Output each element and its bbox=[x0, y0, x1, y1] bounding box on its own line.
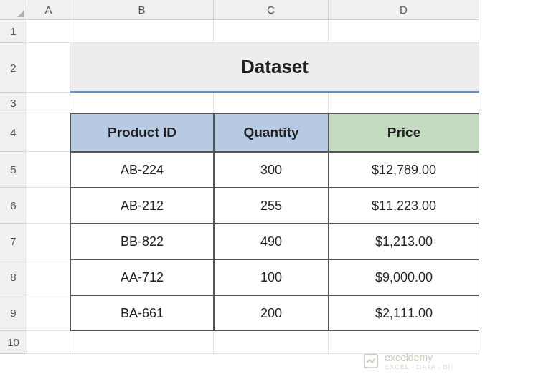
row-header-2[interactable]: 2 bbox=[0, 43, 27, 93]
row-header-5[interactable]: 5 bbox=[0, 152, 27, 188]
cell-a2[interactable] bbox=[27, 43, 70, 93]
cell-a7[interactable] bbox=[27, 224, 70, 259]
cell-d10[interactable] bbox=[329, 331, 479, 354]
watermark: exceldemy EXCEL · DATA · BI bbox=[363, 352, 451, 371]
watermark-brand: exceldemy bbox=[385, 352, 433, 363]
table-row[interactable]: 100 bbox=[214, 259, 329, 295]
cell-a6[interactable] bbox=[27, 188, 70, 224]
col-header-b[interactable]: B bbox=[70, 0, 214, 20]
table-header-quantity[interactable]: Quantity bbox=[214, 113, 329, 152]
cell-b10[interactable] bbox=[70, 331, 214, 354]
row-header-10[interactable]: 10 bbox=[0, 331, 27, 354]
cell-a4[interactable] bbox=[27, 113, 70, 152]
table-row[interactable]: $9,000.00 bbox=[329, 259, 479, 295]
dataset-title[interactable]: Dataset bbox=[70, 43, 479, 93]
cell-a1[interactable] bbox=[27, 20, 70, 43]
cell-b3[interactable] bbox=[70, 93, 214, 113]
row-header-3[interactable]: 3 bbox=[0, 93, 27, 113]
table-row[interactable]: AB-212 bbox=[70, 188, 214, 224]
row-header-7[interactable]: 7 bbox=[0, 224, 27, 259]
spreadsheet-grid: A B C D 1 2 Dataset 3 4 Product ID Quant… bbox=[0, 0, 551, 354]
table-header-price[interactable]: Price bbox=[329, 113, 479, 152]
exceldemy-logo-icon bbox=[363, 353, 379, 369]
col-header-c[interactable]: C bbox=[214, 0, 329, 20]
table-row[interactable]: 255 bbox=[214, 188, 329, 224]
cell-a10[interactable] bbox=[27, 331, 70, 354]
table-row[interactable]: AA-712 bbox=[70, 259, 214, 295]
col-header-d[interactable]: D bbox=[329, 0, 479, 20]
cell-c10[interactable] bbox=[214, 331, 329, 354]
row-header-6[interactable]: 6 bbox=[0, 188, 27, 224]
row-header-1[interactable]: 1 bbox=[0, 20, 27, 43]
col-header-a[interactable]: A bbox=[27, 0, 70, 20]
table-row[interactable]: $11,223.00 bbox=[329, 188, 479, 224]
table-row[interactable]: 300 bbox=[214, 152, 329, 188]
table-row[interactable]: $1,213.00 bbox=[329, 224, 479, 259]
table-row[interactable]: 490 bbox=[214, 224, 329, 259]
table-row[interactable]: AB-224 bbox=[70, 152, 214, 188]
watermark-tagline: EXCEL · DATA · BI bbox=[385, 363, 451, 371]
cell-d1[interactable] bbox=[329, 20, 479, 43]
cell-a9[interactable] bbox=[27, 295, 70, 331]
table-header-product-id[interactable]: Product ID bbox=[70, 113, 214, 152]
cell-a5[interactable] bbox=[27, 152, 70, 188]
row-header-9[interactable]: 9 bbox=[0, 295, 27, 331]
cell-a3[interactable] bbox=[27, 93, 70, 113]
cell-c3[interactable] bbox=[214, 93, 329, 113]
table-row[interactable]: BB-822 bbox=[70, 224, 214, 259]
cell-c1[interactable] bbox=[214, 20, 329, 43]
select-all-corner[interactable] bbox=[0, 0, 27, 20]
row-header-8[interactable]: 8 bbox=[0, 259, 27, 295]
cell-b1[interactable] bbox=[70, 20, 214, 43]
cell-d3[interactable] bbox=[329, 93, 479, 113]
table-row[interactable]: $12,789.00 bbox=[329, 152, 479, 188]
row-header-4[interactable]: 4 bbox=[0, 113, 27, 152]
cell-a8[interactable] bbox=[27, 259, 70, 295]
table-row[interactable]: 200 bbox=[214, 295, 329, 331]
table-row[interactable]: $2,111.00 bbox=[329, 295, 479, 331]
table-row[interactable]: BA-661 bbox=[70, 295, 214, 331]
